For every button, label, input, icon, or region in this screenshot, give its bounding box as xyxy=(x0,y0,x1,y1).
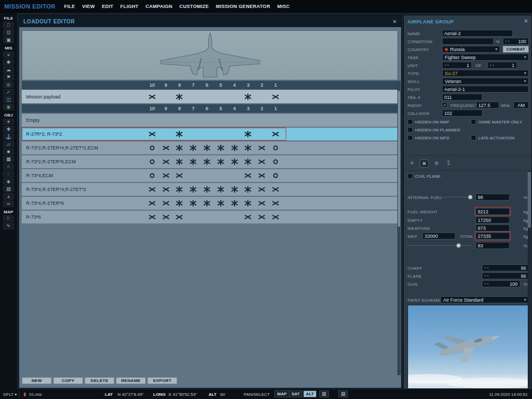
pylon-slot-2[interactable] xyxy=(255,142,269,154)
pylon-slot-10[interactable] xyxy=(145,211,159,223)
callsign-input[interactable] xyxy=(442,110,483,117)
pylon-slot-4[interactable] xyxy=(228,197,242,210)
task-dropdown[interactable]: Fighter Sweep ▾ xyxy=(442,54,529,61)
empty-weight-input[interactable] xyxy=(476,217,510,223)
civil-plane-checkbox[interactable] xyxy=(408,173,413,179)
pylon-slot-5[interactable] xyxy=(214,142,228,154)
loadout-scrollbar[interactable] xyxy=(397,81,401,375)
template-icon[interactable]: ▦ xyxy=(3,156,14,162)
pylon-slot-6[interactable] xyxy=(200,128,214,140)
pylon-slot-6[interactable] xyxy=(200,169,214,182)
map-options-icon[interactable]: ⚐ xyxy=(3,215,14,222)
pylon-slot-4[interactable] xyxy=(228,183,242,196)
menu-misc[interactable]: MISC xyxy=(277,4,290,9)
tail-input[interactable] xyxy=(442,94,483,101)
pylon-slot-7[interactable] xyxy=(186,183,200,196)
delete-button[interactable]: DELETE xyxy=(85,377,114,384)
pylon-slot-2[interactable] xyxy=(255,155,269,168)
radio-checkbox[interactable]: ✓ xyxy=(442,102,447,107)
pylon-slot-1[interactable] xyxy=(269,90,282,103)
open-mission-icon[interactable]: ⊡ xyxy=(3,29,14,36)
pylon-slot-3[interactable] xyxy=(242,183,255,196)
pylon-slot-2[interactable] xyxy=(255,197,269,210)
group-panel-scrollbar[interactable] xyxy=(528,171,531,388)
stepper-right-icon[interactable]: › xyxy=(487,265,489,270)
alt-layer-button[interactable]: ALT xyxy=(303,390,317,397)
ship-icon[interactable]: ⚓ xyxy=(3,134,14,140)
warehouse-icon[interactable]: ▲ xyxy=(3,193,14,200)
pylon-slot-9[interactable] xyxy=(159,211,173,223)
unit-total-stepper[interactable]: ‹ › 1 xyxy=(487,62,517,69)
country-dropdown[interactable]: Russia ▾ xyxy=(442,46,500,53)
pylon-slot-10[interactable] xyxy=(145,183,159,196)
airplane-icon[interactable]: ✈ xyxy=(3,119,14,125)
pylon-slot-3[interactable] xyxy=(242,169,255,182)
weather-icon[interactable]: ☁ xyxy=(3,66,14,73)
trigger-zones-icon[interactable]: ◎ xyxy=(3,81,14,88)
cargo-icon[interactable]: ▧ xyxy=(3,186,14,192)
rename-button[interactable]: RENAME xyxy=(116,377,146,384)
orbit-icon[interactable]: ◌ xyxy=(3,171,14,177)
pylon-slot-10[interactable] xyxy=(145,114,159,127)
pylon-slot-8[interactable] xyxy=(173,211,187,223)
pylon-slot-10[interactable] xyxy=(145,128,159,140)
pylon-slot-3[interactable] xyxy=(242,114,255,127)
modulation-dropdown[interactable]: AM xyxy=(513,102,529,109)
pylon-slot-4[interactable] xyxy=(228,142,242,154)
fuel-weight-input[interactable] xyxy=(476,208,510,215)
loadout-preset-row[interactable]: R-73*6 xyxy=(22,211,398,223)
pylon-slot-2[interactable] xyxy=(255,114,269,127)
game-master-only-checkbox[interactable] xyxy=(471,119,476,124)
pylon-slot-4[interactable] xyxy=(228,155,242,168)
pylon-slot-9[interactable] xyxy=(159,142,173,154)
pylon-slot-6[interactable] xyxy=(200,114,214,127)
loadout-tab[interactable]: ✕ xyxy=(420,160,429,168)
pylon-slot-1[interactable] xyxy=(269,169,282,182)
pylon-slot-5[interactable] xyxy=(214,183,228,196)
gun-stepper[interactable]: ‹ › 100 xyxy=(482,280,520,287)
loadout-preset-row[interactable]: R-73*4,R-27ER*4,R-27ET*2 xyxy=(22,183,398,196)
stepper-left-icon[interactable]: ‹ xyxy=(490,63,492,68)
measure-icon[interactable]: ✎ xyxy=(3,223,14,229)
stepper-left-icon[interactable]: ‹ xyxy=(485,273,486,278)
stepper-right-icon[interactable]: › xyxy=(487,281,489,286)
briefing-icon[interactable]: ≡ xyxy=(3,52,14,58)
pylon-slot-5[interactable] xyxy=(214,90,228,103)
type-dropdown[interactable]: Su-27 ▾ xyxy=(442,70,529,77)
pylon-slot-7[interactable] xyxy=(186,169,200,182)
stepper-right-icon[interactable]: › xyxy=(508,39,510,44)
pylon-slot-6[interactable] xyxy=(200,155,214,168)
pylon-slot-9[interactable] xyxy=(159,90,173,103)
stepper-left-icon[interactable]: ‹ xyxy=(485,265,486,270)
combat-button[interactable]: COMBAT xyxy=(503,46,529,53)
chaff-stepper[interactable]: ‹ › 96 xyxy=(482,264,529,271)
helicopter-icon[interactable]: ✚ xyxy=(3,126,14,132)
zone-icon[interactable]: ○ xyxy=(3,163,14,170)
triggers-icon[interactable]: ⚑ xyxy=(3,74,14,80)
export-button[interactable]: EXPORT xyxy=(147,377,177,384)
loadout-preset-row[interactable]: R-73*2,R-27ER*6,ECM xyxy=(22,155,398,168)
pylon-slot-3[interactable] xyxy=(242,155,255,168)
pylon-slot-6[interactable] xyxy=(200,211,214,223)
sat-layer-button[interactable]: SAT xyxy=(289,390,302,397)
pylon-slot-2[interactable] xyxy=(255,183,269,196)
pylon-slot-2[interactable] xyxy=(255,128,269,140)
aircraft-tab[interactable]: ✈ xyxy=(408,160,417,168)
menu-edit[interactable]: EDIT xyxy=(102,4,113,9)
pylon-slot-1[interactable] xyxy=(269,211,282,223)
systems-tab[interactable]: ⊕ xyxy=(432,160,441,168)
summary-tab[interactable]: Σ xyxy=(444,160,453,168)
scrollbar-thumb[interactable] xyxy=(528,172,531,228)
total-input[interactable] xyxy=(476,232,510,239)
hidden-on-map-checkbox[interactable] xyxy=(408,119,413,124)
pylon-slot-3[interactable] xyxy=(242,128,255,140)
condition-input[interactable] xyxy=(442,38,494,45)
pylon-slot-4[interactable] xyxy=(228,90,242,103)
pylon-slot-1[interactable] xyxy=(269,128,282,140)
close-icon[interactable]: ✕ xyxy=(393,19,397,24)
pylon-slot-3[interactable] xyxy=(242,142,255,154)
pylon-slot-10[interactable] xyxy=(145,169,159,182)
paint-scheme-dropdown[interactable]: Air Force Standard ▾ xyxy=(440,296,529,303)
stepper-left-icon[interactable]: ‹ xyxy=(445,63,446,68)
map-layer-button[interactable]: MAP xyxy=(275,390,289,397)
